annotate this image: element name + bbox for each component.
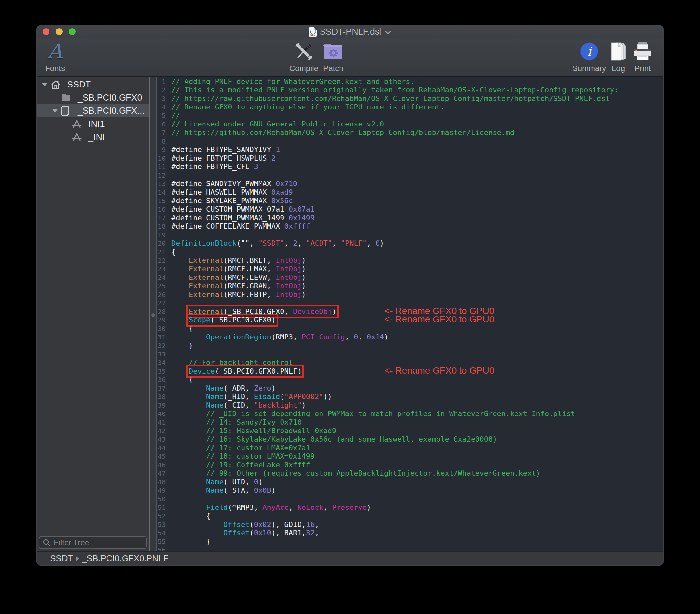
line-number: 29 — [150, 316, 167, 324]
folder-icon — [61, 93, 71, 102]
breadcrumb-root[interactable]: SSDT — [50, 553, 73, 564]
sidebar-item-ini[interactable]: _INI — [37, 130, 149, 143]
code-line: 10#define FBTYPE_HSWPLUS 2 — [150, 154, 663, 163]
window-title: SSDT-PNLF.dsl — [320, 27, 382, 37]
code-line: 37 Name(_ADR, Zero) — [150, 384, 663, 392]
code-line: 36 { — [150, 375, 663, 384]
line-number: 35 — [150, 367, 167, 375]
line-number: 23 — [150, 265, 167, 273]
code-line: 41 // 14: Sandy/Ivy 0x710 — [150, 418, 663, 427]
code-line: 23 External(RMCF.LMAX, IntObj) — [150, 265, 663, 273]
disclosure-triangle-icon[interactable] — [51, 109, 61, 113]
print-icon — [633, 40, 653, 63]
code-editor[interactable]: 1// Adding PNLF device for WhateverGreen… — [150, 77, 663, 551]
chevron-down-icon[interactable] — [385, 30, 391, 34]
code-line: 11#define FBTYPE_CFL 3 — [150, 163, 663, 171]
breadcrumb-separator-icon — [76, 556, 79, 561]
code-line: 3// https://raw.githubusercontent.com/Re… — [150, 95, 663, 103]
code-line: 49 Name(_STA, 0x0B) — [150, 486, 663, 495]
line-number: 54 — [150, 529, 167, 537]
line-number: 13 — [150, 179, 167, 188]
status-bar: SSDT _SB.PCI0.GFX0.PNLF — [37, 551, 663, 565]
line-number: 17 — [150, 214, 167, 222]
line-number: 9 — [150, 146, 167, 154]
sidebar-item-label: _SB.PCI0.GFX0 — [78, 93, 142, 103]
minimize-button[interactable] — [56, 28, 63, 35]
line-number: 50 — [150, 495, 167, 503]
line-number: 55 — [150, 537, 167, 546]
line-number: 19 — [150, 231, 167, 239]
filter-tree-box[interactable] — [39, 536, 147, 549]
folder-icon — [61, 93, 78, 102]
line-number: 56 — [150, 546, 167, 551]
code-line: 26 External(RMCF.FBTP, IntObj) — [150, 290, 663, 299]
line-number: 33 — [150, 350, 167, 359]
line-number: 24 — [150, 273, 167, 282]
line-number: 1 — [150, 77, 167, 86]
code-line: 44 // 17: custom LMAX=0x7a1 — [150, 443, 663, 452]
line-number: 34 — [150, 359, 167, 367]
line-number: 18 — [150, 222, 167, 231]
close-button[interactable] — [42, 28, 49, 35]
fonts-icon: A — [48, 40, 63, 63]
line-number: 37 — [150, 384, 167, 392]
code-line: 56 — [150, 546, 663, 551]
method-icon — [72, 133, 82, 141]
app-window: DSL SSDT-PNLF.dsl A Fonts — [37, 25, 663, 565]
title-bar[interactable]: DSL SSDT-PNLF.dsl — [37, 25, 663, 38]
code-line: 42 // 15: Haswell/Broadwell 0xad9 — [150, 427, 663, 435]
code-line: 43 // 16: Skylake/KabyLake 0x56c (and so… — [150, 435, 663, 443]
line-number: 36 — [150, 375, 167, 384]
line-number: 15 — [150, 197, 167, 205]
line-number: 38 — [150, 392, 167, 401]
line-number: 46 — [150, 461, 167, 469]
rename-annotation: <- Rename GFX0 to GPU0 — [384, 366, 494, 375]
code-line: 7// https://github.com/RehabMan/OS-X-Clo… — [150, 128, 663, 137]
line-number: 6 — [150, 120, 167, 128]
patch-icon — [323, 40, 344, 63]
home-icon — [50, 79, 61, 90]
line-number: 14 — [150, 188, 167, 197]
fonts-button[interactable]: A Fonts — [37, 40, 81, 73]
line-number: 22 — [150, 256, 167, 265]
code-line: 8 — [150, 137, 663, 146]
breakpoint-dot[interactable] — [151, 313, 155, 317]
code-line: 30 { — [150, 324, 663, 333]
zoom-button[interactable] — [69, 28, 76, 35]
line-number: 7 — [150, 128, 167, 137]
line-number: 51 — [150, 503, 167, 512]
patch-button[interactable]: Patch — [307, 40, 360, 73]
code-line: 47 // 99: Other (requires custom AppleBa… — [150, 469, 663, 478]
print-button[interactable]: Print — [616, 40, 663, 73]
code-line: 39 Name(_CID, "backlight") — [150, 401, 663, 410]
line-number: 43 — [150, 435, 167, 443]
code-line: 19 — [150, 231, 663, 239]
toolbar: A Fonts — [37, 38, 663, 77]
code-line: 14#define HASWELL_PWMMAX 0xad9 — [150, 188, 663, 197]
sidebar-item-sbpci0gfx0[interactable]: _SB.PCI0.GFX0 — [37, 91, 149, 104]
sidebar-item-sbpci0gfx[interactable]: _SB.PCI0.GFX... — [37, 104, 149, 117]
line-number: 41 — [150, 418, 167, 427]
line-number: 2 — [150, 86, 167, 95]
line-number: 42 — [150, 427, 167, 435]
device-icon — [61, 106, 70, 116]
code-line: 12 — [150, 171, 663, 179]
rename-highlight-box: Scope(_SB.PCI0.GFX0) — [189, 316, 276, 324]
code-line: 2// This is a modified PNLF version orig… — [150, 86, 663, 95]
sidebar-item-label: INI1 — [88, 119, 105, 129]
sidebar-item-ini1[interactable]: INI1 — [37, 117, 149, 130]
rename-highlight-box: External(_SB.PCI0.GFX0, DeviceObj) — [189, 307, 336, 316]
rename-annotation: <- Rename GFX0 to GPU0 — [384, 315, 494, 324]
line-number: 39 — [150, 401, 167, 410]
document-icon: DSL — [309, 27, 316, 37]
line-number: 30 — [150, 324, 167, 333]
sidebar-item-ssdt[interactable]: SSDT — [37, 78, 149, 91]
code-line: 38 Name(_HID, EisaId("APP0002")) — [150, 392, 663, 401]
line-number: 12 — [150, 171, 167, 179]
code-line: 55 } — [150, 537, 663, 546]
disclosure-triangle-icon[interactable] — [40, 83, 50, 87]
breadcrumb-path[interactable]: _SB.PCI0.GFX0.PNLF — [82, 553, 168, 564]
code-line: 13#define SANDYIVY_PWMMAX 0x710 — [150, 179, 663, 188]
line-number: 8 — [150, 137, 167, 146]
filter-tree-input[interactable] — [53, 538, 150, 548]
